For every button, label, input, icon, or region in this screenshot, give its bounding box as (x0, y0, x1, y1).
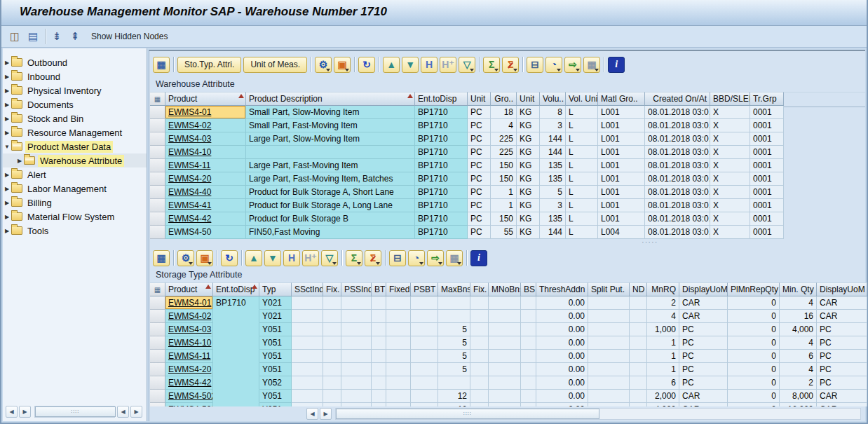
cell[interactable] (411, 336, 438, 350)
cell[interactable]: PC (468, 106, 491, 119)
cell[interactable]: 1 (647, 350, 679, 363)
cell[interactable]: Y051 (259, 363, 292, 376)
cell[interactable] (521, 323, 536, 336)
cell[interactable] (341, 403, 372, 406)
cell[interactable]: PC (679, 336, 728, 350)
cell[interactable]: 0.00 (536, 296, 588, 310)
cell[interactable] (341, 310, 372, 323)
cell[interactable] (372, 296, 386, 310)
product-link[interactable]: EWMS4-41 (168, 200, 211, 210)
cell[interactable]: EWMS4-20 (165, 172, 246, 186)
product-link[interactable]: EWMS4-02 (168, 121, 211, 130)
cell[interactable]: L (566, 172, 598, 186)
cell[interactable] (588, 376, 630, 390)
cell[interactable]: X (710, 159, 750, 172)
cell[interactable]: L001 (598, 212, 645, 226)
cell[interactable]: Y021 (259, 296, 292, 310)
expand-arrow-icon[interactable]: ▶ (3, 74, 11, 80)
scrollbar-track[interactable]: ∷∷ (34, 406, 115, 418)
cell[interactable] (411, 390, 438, 403)
cell[interactable]: L001 (598, 186, 645, 199)
product-link[interactable]: EWMS4-11 (168, 351, 210, 361)
cell[interactable] (470, 403, 489, 406)
cell[interactable] (489, 363, 521, 376)
cell[interactable]: EWMS4-03 (165, 323, 213, 336)
cell[interactable]: 0001 (750, 146, 784, 159)
cell[interactable] (323, 376, 341, 390)
cell[interactable]: 1 (647, 363, 679, 376)
cell[interactable] (470, 376, 489, 390)
cell[interactable]: L (566, 212, 598, 226)
column-header[interactable]: ThreshAddn (536, 282, 588, 296)
cell[interactable]: 0001 (750, 172, 784, 186)
cell[interactable]: 0 (728, 390, 780, 403)
collapse-all-button[interactable]: ⇟ (49, 29, 65, 44)
detail-display-button[interactable]: ◔ (545, 57, 562, 73)
cell[interactable]: L (566, 132, 598, 146)
scrollbar-thumb[interactable]: ∷∷ (35, 406, 116, 417)
cell[interactable] (588, 390, 630, 403)
cell[interactable]: 2,000 (647, 390, 679, 403)
column-header[interactable]: PlMnRepQty (728, 282, 780, 296)
cell[interactable]: L001 (598, 172, 645, 186)
cell[interactable] (489, 350, 521, 363)
cell[interactable] (521, 350, 536, 363)
cell[interactable]: 0.00 (536, 310, 588, 323)
cell[interactable]: 08.01.2018 03:0.. (645, 172, 710, 186)
row-selector[interactable] (150, 403, 165, 406)
expand-arrow-icon[interactable]: ▶ (3, 88, 11, 94)
cell[interactable] (213, 350, 259, 363)
cell[interactable] (386, 376, 411, 390)
cell[interactable]: PC (468, 172, 491, 186)
cell[interactable] (489, 376, 521, 390)
cell[interactable]: EWMS4-502 (165, 390, 213, 403)
cell[interactable]: 0 (728, 323, 780, 336)
cell[interactable]: 0.00 (536, 323, 588, 336)
cell[interactable]: EWMS4-503 (165, 403, 213, 406)
tree-item-physical-inventory[interactable]: ▶Physical Inventory (3, 83, 147, 97)
cell[interactable]: BP1710 (415, 146, 468, 159)
row-selector[interactable] (150, 323, 165, 336)
cell[interactable] (630, 296, 647, 310)
cell[interactable] (411, 323, 438, 336)
cell[interactable] (489, 403, 521, 406)
cell[interactable]: PC (679, 363, 728, 376)
cell[interactable]: PC (468, 132, 491, 146)
expand-arrow-icon[interactable]: ▶ (3, 60, 11, 66)
column-header[interactable]: Typ (259, 282, 292, 296)
cell[interactable] (372, 310, 386, 323)
cell[interactable]: 0 (728, 310, 780, 323)
cell[interactable] (323, 296, 341, 310)
cell[interactable]: Y021 (259, 310, 292, 323)
cell[interactable] (411, 310, 438, 323)
cell[interactable] (438, 296, 470, 310)
cell[interactable]: X (710, 199, 750, 212)
row-selector[interactable] (150, 226, 165, 239)
cell[interactable]: Large Part, Fast-Moving Item, Batches (246, 172, 415, 186)
cell[interactable]: 0001 (750, 132, 784, 146)
product-link[interactable]: EWMS4-20 (168, 364, 211, 374)
cell[interactable] (292, 323, 323, 336)
cell[interactable] (341, 336, 372, 350)
cell[interactable]: 3 (540, 199, 566, 212)
collapse-arrow-icon[interactable]: ▼ (3, 144, 11, 150)
cell[interactable]: EWMS4-50 (165, 226, 246, 239)
row-selector[interactable] (150, 159, 165, 172)
cell[interactable] (438, 310, 470, 323)
cell[interactable]: EWMS4-40 (165, 186, 246, 199)
sort-ascending-button[interactable]: ▲ (245, 250, 262, 266)
cell[interactable]: 5 (438, 336, 470, 350)
cell[interactable]: Product for Bulk Storage B (246, 212, 415, 226)
expand-arrow-icon[interactable]: ▶ (3, 130, 11, 136)
cell[interactable] (588, 363, 630, 376)
find-button[interactable]: H (421, 57, 438, 73)
cell[interactable]: CAR (679, 296, 728, 310)
cell[interactable] (341, 296, 372, 310)
cell[interactable] (630, 363, 647, 376)
cell[interactable] (470, 390, 489, 403)
cell[interactable]: 0 (728, 296, 780, 310)
cell[interactable] (341, 350, 372, 363)
cell[interactable]: 0001 (750, 119, 784, 132)
cell[interactable] (372, 323, 386, 336)
cell[interactable]: 08.01.2018 03:0.. (645, 212, 710, 226)
